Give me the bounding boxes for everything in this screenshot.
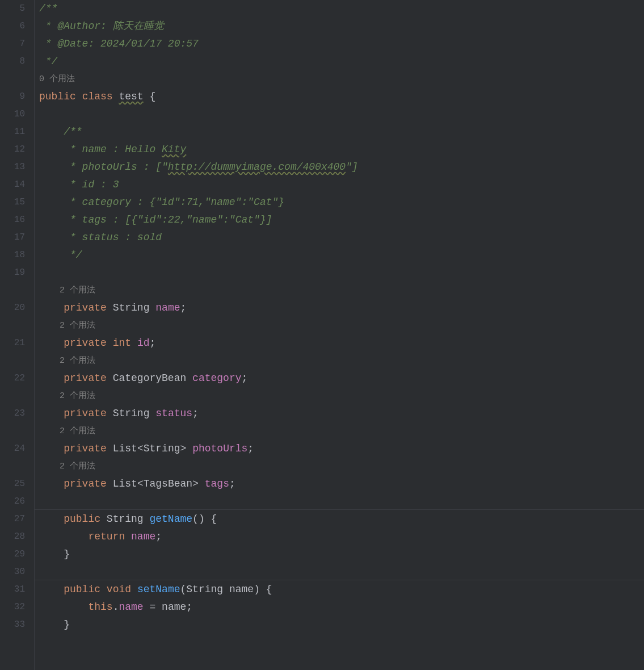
gutter-spacer [0, 352, 25, 370]
code-line[interactable]: * tags : [{"id":22,"name":"Cat"}] [39, 211, 644, 229]
line-number: 18 [0, 246, 25, 264]
type-string: String [186, 584, 223, 595]
code-line[interactable] [39, 563, 644, 581]
code-line[interactable]: /** [39, 123, 644, 141]
paren-open: ( [192, 513, 199, 525]
keyword-class: class [82, 91, 113, 102]
code-line[interactable]: public String getName() { [39, 510, 644, 528]
usage-count: 2 个用法 [60, 356, 95, 366]
inlay-hint-usages[interactable]: 2 个用法 [39, 317, 644, 334]
keyword-return: return [88, 531, 125, 542]
gutter-spacer [0, 70, 25, 88]
type-string: String [113, 408, 150, 419]
code-line[interactable]: * photoUrls : ["http://dummyimage.com/40… [39, 158, 644, 176]
keyword-private: private [64, 302, 107, 313]
comment-author: 陈天在睡觉 [113, 20, 164, 32]
angle-open: < [137, 478, 144, 489]
line-number: 23 [0, 405, 25, 422]
field-name: name [119, 601, 143, 613]
comment-token: * status : sold [64, 232, 162, 243]
field-category: category [192, 372, 241, 384]
comment-token: * @Author: [39, 20, 113, 32]
dot: . [113, 601, 119, 613]
code-line[interactable]: * @Date: 2024/01/17 20:57 [39, 35, 644, 53]
line-number: 29 [0, 546, 25, 563]
code-content[interactable]: /** * @Author: 陈天在睡觉 * @Date: 2024/01/17… [34, 0, 644, 670]
code-line[interactable]: return name; [39, 528, 644, 546]
equals: = [144, 601, 162, 613]
inlay-hint-usages[interactable]: 2 个用法 [39, 352, 644, 370]
code-line[interactable]: * name : Hello Kity [39, 141, 644, 158]
code-line[interactable]: * @Author: 陈天在睡觉 [39, 18, 644, 35]
comment-token: * @Date: 2024/01/17 20:57 [39, 38, 199, 49]
line-number: 9 [0, 88, 25, 106]
field-name: name [131, 531, 155, 542]
type-string: String [107, 513, 144, 525]
inlay-hint-usages[interactable]: 2 个用法 [39, 458, 644, 475]
line-number: 14 [0, 176, 25, 194]
code-line[interactable]: */ [39, 53, 644, 70]
param-name: name [229, 584, 254, 595]
code-line[interactable]: private CategoryBean category; [39, 370, 644, 387]
semicolon: ; [186, 601, 192, 613]
line-number: 7 [0, 35, 25, 53]
comment-token: */ [64, 249, 82, 261]
code-line[interactable]: private int id; [39, 334, 644, 352]
line-number: 17 [0, 229, 25, 246]
line-number: 15 [0, 194, 25, 211]
semicolon: ; [155, 531, 162, 542]
code-line[interactable]: this.name = name; [39, 598, 644, 616]
type-string: String [144, 443, 180, 454]
inlay-hint-usages[interactable]: 0 个用法 [39, 70, 644, 88]
semicolon: ; [242, 372, 248, 384]
code-line[interactable] [39, 264, 644, 282]
brace-close: } [64, 548, 70, 560]
inlay-hint-usages[interactable]: 2 个用法 [39, 282, 644, 299]
usage-count: 2 个用法 [60, 286, 95, 295]
brace-open: { [266, 584, 272, 595]
keyword-private: private [64, 372, 107, 384]
code-line[interactable] [39, 106, 644, 123]
line-number: 6 [0, 18, 25, 35]
line-number: 21 [0, 334, 25, 352]
code-line[interactable]: public class test { [39, 88, 644, 106]
inlay-hint-usages[interactable]: 2 个用法 [39, 387, 644, 405]
usage-count: 2 个用法 [60, 462, 95, 471]
gutter-spacer [0, 422, 25, 440]
code-line[interactable]: /** [39, 0, 644, 18]
code-line[interactable]: */ [39, 246, 644, 264]
usage-count: 2 个用法 [60, 426, 95, 436]
code-line[interactable]: } [39, 616, 644, 634]
field-status: status [155, 408, 192, 419]
type-tagsbean: TagsBean [144, 478, 192, 489]
code-line[interactable]: * id : 3 [39, 176, 644, 194]
keyword-private: private [64, 337, 107, 349]
code-line[interactable]: * status : sold [39, 229, 644, 246]
code-line[interactable] [39, 493, 644, 510]
method-getname: getName [149, 513, 192, 525]
code-line[interactable]: } [39, 546, 644, 563]
line-number: 5 [0, 0, 25, 18]
keyword-public: public [39, 91, 76, 102]
param-name: name [162, 601, 186, 613]
code-line[interactable]: * category : {"id":71,"name":"Cat"} [39, 194, 644, 211]
inlay-hint-usages[interactable]: 2 个用法 [39, 422, 644, 440]
type-list: List [113, 443, 137, 454]
keyword-private: private [64, 478, 107, 489]
line-number: 32 [0, 598, 25, 616]
comment-token: * photoUrls : [" [64, 161, 168, 173]
angle-close: > [180, 443, 187, 454]
type-categorybean: CategoryBean [113, 372, 187, 384]
gutter-spacer [0, 317, 25, 334]
code-line[interactable]: private String name; [39, 299, 644, 317]
code-editor[interactable]: 5 6 7 8 9 10 11 12 13 14 15 16 17 18 19 … [0, 0, 644, 670]
comment-token: * tags : [{"id":22,"name":"Cat"}] [64, 214, 272, 225]
code-line[interactable]: private List<String> photoUrls; [39, 440, 644, 458]
comment-token: /** [39, 3, 57, 14]
line-number: 12 [0, 141, 25, 158]
code-line[interactable]: private List<TagsBean> tags; [39, 475, 644, 493]
code-line[interactable]: private String status; [39, 405, 644, 422]
code-line[interactable]: public void setName(String name) { [39, 581, 644, 598]
usage-count: 2 个用法 [60, 321, 95, 330]
comment-token: */ [39, 56, 57, 67]
